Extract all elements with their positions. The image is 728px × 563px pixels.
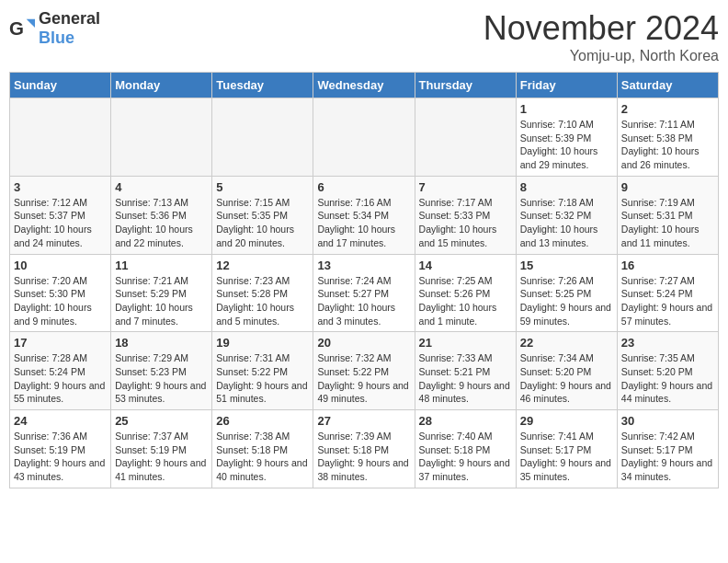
day-info: Sunrise: 7:41 AMSunset: 5:17 PMDaylight:… [520, 431, 611, 482]
day-info: Sunrise: 7:33 AMSunset: 5:21 PMDaylight:… [419, 352, 510, 404]
calendar-cell [415, 98, 516, 177]
day-info: Sunrise: 7:37 AMSunset: 5:19 PMDaylight:… [115, 431, 206, 482]
day-of-week-friday: Friday [516, 73, 617, 98]
calendar-cell: 3 Sunrise: 7:12 AMSunset: 5:37 PMDayligh… [10, 176, 111, 254]
day-of-week-monday: Monday [111, 73, 212, 98]
day-number: 23 [621, 336, 714, 350]
day-info: Sunrise: 7:21 AMSunset: 5:29 PMDaylight:… [115, 275, 193, 327]
day-number: 14 [419, 259, 512, 272]
day-number: 9 [621, 180, 714, 194]
day-number: 18 [115, 336, 208, 350]
day-number: 24 [14, 414, 107, 428]
calendar-cell: 23 Sunrise: 7:35 AMSunset: 5:20 PMDaylig… [617, 332, 718, 410]
calendar-week-row: 10 Sunrise: 7:20 AMSunset: 5:30 PMDaylig… [10, 254, 719, 332]
calendar-cell: 19 Sunrise: 7:31 AMSunset: 5:22 PMDaylig… [212, 332, 313, 410]
day-number: 21 [419, 336, 512, 350]
day-number: 16 [621, 259, 714, 272]
day-of-week-sunday: Sunday [10, 73, 111, 98]
day-number: 26 [216, 414, 309, 428]
day-info: Sunrise: 7:18 AMSunset: 5:32 PMDaylight:… [520, 197, 598, 248]
day-info: Sunrise: 7:35 AMSunset: 5:20 PMDaylight:… [621, 352, 712, 404]
calendar-cell: 29 Sunrise: 7:41 AMSunset: 5:17 PMDaylig… [516, 410, 617, 488]
day-info: Sunrise: 7:32 AMSunset: 5:22 PMDaylight:… [317, 352, 408, 404]
day-number: 15 [520, 259, 613, 272]
day-info: Sunrise: 7:12 AMSunset: 5:37 PMDaylight:… [14, 197, 92, 248]
day-info: Sunrise: 7:24 AMSunset: 5:27 PMDaylight:… [317, 275, 395, 327]
calendar-cell: 16 Sunrise: 7:27 AMSunset: 5:24 PMDaylig… [617, 254, 718, 332]
page-header: G General Blue November 2024 Yomju-up, N… [9, 9, 719, 64]
day-number: 22 [520, 336, 613, 350]
svg-text:G: G [9, 17, 24, 39]
calendar-cell: 27 Sunrise: 7:39 AMSunset: 5:18 PMDaylig… [313, 410, 415, 488]
calendar-table: SundayMondayTuesdayWednesdayThursdayFrid… [9, 72, 719, 488]
day-info: Sunrise: 7:13 AMSunset: 5:36 PMDaylight:… [115, 197, 193, 248]
day-info: Sunrise: 7:17 AMSunset: 5:33 PMDaylight:… [419, 197, 497, 248]
day-number: 3 [14, 180, 107, 194]
day-number: 11 [115, 259, 208, 272]
calendar-cell: 11 Sunrise: 7:21 AMSunset: 5:29 PMDaylig… [111, 254, 212, 332]
day-number: 12 [216, 259, 309, 272]
day-number: 5 [216, 180, 309, 194]
day-number: 25 [115, 414, 208, 428]
calendar-cell: 9 Sunrise: 7:19 AMSunset: 5:31 PMDayligh… [617, 176, 718, 254]
day-info: Sunrise: 7:15 AMSunset: 5:35 PMDaylight:… [216, 197, 294, 248]
day-number: 7 [419, 180, 512, 194]
calendar-cell: 7 Sunrise: 7:17 AMSunset: 5:33 PMDayligh… [415, 176, 516, 254]
day-number: 19 [216, 336, 309, 350]
calendar-body: 1 Sunrise: 7:10 AMSunset: 5:39 PMDayligh… [10, 98, 719, 488]
day-info: Sunrise: 7:42 AMSunset: 5:17 PMDaylight:… [621, 431, 712, 482]
calendar-cell [212, 98, 313, 177]
day-number: 10 [14, 259, 107, 272]
day-of-week-saturday: Saturday [617, 73, 718, 98]
calendar-cell [10, 98, 111, 177]
calendar-cell: 25 Sunrise: 7:37 AMSunset: 5:19 PMDaylig… [111, 410, 212, 488]
day-info: Sunrise: 7:26 AMSunset: 5:25 PMDaylight:… [520, 275, 611, 327]
calendar-cell: 12 Sunrise: 7:23 AMSunset: 5:28 PMDaylig… [212, 254, 313, 332]
month-title: November 2024 [483, 9, 719, 48]
calendar-cell: 8 Sunrise: 7:18 AMSunset: 5:32 PMDayligh… [516, 176, 617, 254]
calendar-week-row: 17 Sunrise: 7:28 AMSunset: 5:24 PMDaylig… [10, 332, 719, 410]
calendar-cell: 13 Sunrise: 7:24 AMSunset: 5:27 PMDaylig… [313, 254, 415, 332]
calendar-cell: 5 Sunrise: 7:15 AMSunset: 5:35 PMDayligh… [212, 176, 313, 254]
day-number: 4 [115, 180, 208, 194]
day-info: Sunrise: 7:40 AMSunset: 5:18 PMDaylight:… [419, 431, 510, 482]
day-info: Sunrise: 7:11 AMSunset: 5:38 PMDaylight:… [621, 119, 700, 170]
day-info: Sunrise: 7:39 AMSunset: 5:18 PMDaylight:… [317, 431, 408, 482]
day-info: Sunrise: 7:29 AMSunset: 5:23 PMDaylight:… [115, 352, 206, 404]
calendar-cell [111, 98, 212, 177]
calendar-cell: 6 Sunrise: 7:16 AMSunset: 5:34 PMDayligh… [313, 176, 415, 254]
calendar-cell: 30 Sunrise: 7:42 AMSunset: 5:17 PMDaylig… [617, 410, 718, 488]
day-info: Sunrise: 7:36 AMSunset: 5:19 PMDaylight:… [14, 431, 105, 482]
day-of-week-wednesday: Wednesday [313, 73, 415, 98]
svg-marker-1 [27, 19, 35, 28]
calendar-week-row: 24 Sunrise: 7:36 AMSunset: 5:19 PMDaylig… [10, 410, 719, 488]
calendar-cell: 22 Sunrise: 7:34 AMSunset: 5:20 PMDaylig… [516, 332, 617, 410]
day-number: 27 [317, 414, 410, 428]
logo-general-text: General [39, 9, 100, 28]
calendar-cell: 18 Sunrise: 7:29 AMSunset: 5:23 PMDaylig… [111, 332, 212, 410]
day-number: 2 [621, 102, 714, 116]
day-number: 1 [520, 102, 613, 116]
calendar-week-row: 3 Sunrise: 7:12 AMSunset: 5:37 PMDayligh… [10, 176, 719, 254]
calendar-header-row: SundayMondayTuesdayWednesdayThursdayFrid… [10, 73, 719, 98]
day-number: 20 [317, 336, 410, 350]
day-info: Sunrise: 7:23 AMSunset: 5:28 PMDaylight:… [216, 275, 294, 327]
title-block: November 2024 Yomju-up, North Korea [483, 9, 719, 64]
calendar-cell: 28 Sunrise: 7:40 AMSunset: 5:18 PMDaylig… [415, 410, 516, 488]
day-number: 6 [317, 180, 410, 194]
day-info: Sunrise: 7:19 AMSunset: 5:31 PMDaylight:… [621, 197, 700, 248]
calendar-cell [313, 98, 415, 177]
day-of-week-tuesday: Tuesday [212, 73, 313, 98]
calendar-cell: 4 Sunrise: 7:13 AMSunset: 5:36 PMDayligh… [111, 176, 212, 254]
logo-blue-text: Blue [39, 29, 74, 47]
logo-icon: G [9, 16, 35, 41]
calendar-cell: 26 Sunrise: 7:38 AMSunset: 5:18 PMDaylig… [212, 410, 313, 488]
day-info: Sunrise: 7:38 AMSunset: 5:18 PMDaylight:… [216, 431, 307, 482]
day-number: 28 [419, 414, 512, 428]
calendar-cell: 20 Sunrise: 7:32 AMSunset: 5:22 PMDaylig… [313, 332, 415, 410]
day-info: Sunrise: 7:20 AMSunset: 5:30 PMDaylight:… [14, 275, 92, 327]
calendar-cell: 10 Sunrise: 7:20 AMSunset: 5:30 PMDaylig… [10, 254, 111, 332]
location: Yomju-up, North Korea [483, 48, 719, 64]
day-info: Sunrise: 7:31 AMSunset: 5:22 PMDaylight:… [216, 352, 307, 404]
calendar-cell: 2 Sunrise: 7:11 AMSunset: 5:38 PMDayligh… [617, 98, 718, 177]
